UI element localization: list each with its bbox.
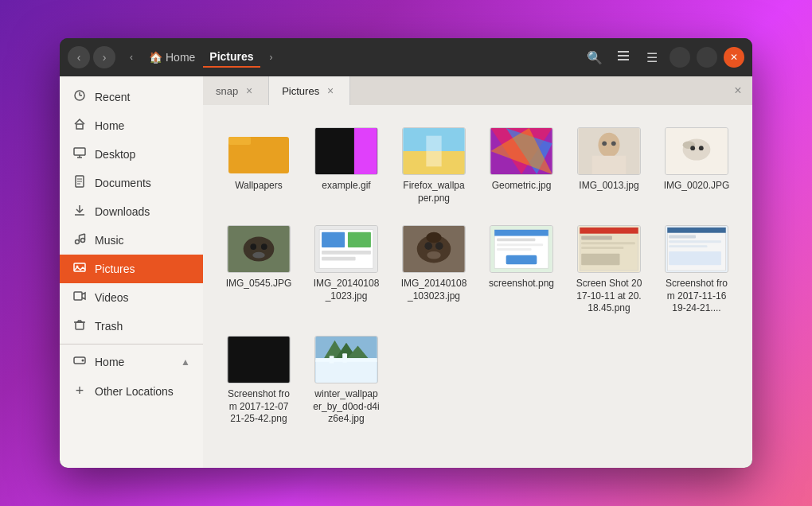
breadcrumb-current[interactable]: Pictures xyxy=(203,47,260,68)
svg-rect-45 xyxy=(592,156,627,174)
other-locations-icon: + xyxy=(72,383,87,399)
sidebar-item-pictures[interactable]: Pictures xyxy=(60,255,203,283)
sidebar-home-label: Home xyxy=(95,119,124,132)
forward-button[interactable]: › xyxy=(93,46,115,68)
breadcrumb-next-button[interactable]: › xyxy=(262,48,281,67)
minimize-button[interactable]: − xyxy=(670,47,690,68)
file-item-firefox-wallpaper[interactable]: Firefox_wallpaper.png xyxy=(394,121,474,211)
trash-icon xyxy=(72,318,87,334)
svg-rect-35 xyxy=(315,128,353,174)
menu-button[interactable]: ☰ xyxy=(641,46,663,68)
img-0545-label: IMG_0545.JPG xyxy=(226,278,292,290)
close-button[interactable]: ✕ xyxy=(724,47,744,68)
sidebar-item-videos[interactable]: Videos xyxy=(60,283,203,312)
file-item-screenshot-2017c[interactable]: Screenshot from 2017-12-07 21-25-42.png xyxy=(219,329,299,432)
img-20140108-103023-label: IMG_20140108_103023.jpg xyxy=(400,278,467,302)
svg-rect-24 xyxy=(76,322,84,329)
sidebar-item-trash[interactable]: Trash xyxy=(60,312,203,341)
sidebar: Recent Home Desktop Documents xyxy=(60,76,203,468)
geometric-label: Geometric.jpg xyxy=(492,180,552,193)
breadcrumb-prev-button[interactable]: ‹ xyxy=(122,48,141,67)
tabs-bar: snap × Pictures × × xyxy=(203,76,752,105)
screenshot-2017c-thumb xyxy=(227,336,291,383)
winter-wallpaper-label: winter_wallpaper_by_d0od-d4iz6e4.jpg xyxy=(313,388,380,426)
svg-point-44 xyxy=(598,133,619,158)
breadcrumb-home[interactable]: 🏠 Home xyxy=(142,48,201,67)
svg-rect-61 xyxy=(348,232,371,247)
search-icon: 🔍 xyxy=(587,50,603,65)
list-view-button[interactable] xyxy=(612,46,634,68)
svg-rect-87 xyxy=(669,235,696,239)
svg-rect-99 xyxy=(342,353,347,363)
search-button[interactable]: 🔍 xyxy=(584,46,606,68)
sidebar-item-home[interactable]: Home xyxy=(60,111,203,140)
svg-rect-90 xyxy=(669,251,721,265)
svg-rect-74 xyxy=(497,243,543,246)
file-item-example-gif[interactable]: example.gif xyxy=(306,121,386,211)
file-item-img-0013[interactable]: IMG_0013.jpg xyxy=(569,121,649,211)
img-0013-thumb xyxy=(577,127,641,175)
svg-point-56 xyxy=(261,243,267,250)
svg-rect-80 xyxy=(581,236,612,240)
svg-rect-7 xyxy=(74,148,85,155)
file-item-screenshot-2017a[interactable]: Screen Shot 2017-10-11 at 20.18.45.png xyxy=(569,219,649,321)
hamburger-icon: ☰ xyxy=(646,50,658,65)
firefox-wallpaper-thumb xyxy=(402,127,466,175)
sidebar-item-documents[interactable]: Documents xyxy=(60,169,203,197)
sidebar-item-music[interactable]: Music xyxy=(60,226,203,255)
svg-rect-76 xyxy=(506,255,537,265)
tab-snap[interactable]: snap × xyxy=(203,76,269,105)
sidebar-divider xyxy=(60,344,203,344)
sidebar-item-other-locations[interactable]: + Other Locations xyxy=(60,376,203,406)
svg-rect-23 xyxy=(74,292,82,300)
file-item-img-0020[interactable]: IMG_0020.JPG xyxy=(657,121,736,211)
sidebar-item-downloads[interactable]: Downloads xyxy=(60,197,203,226)
file-item-img-20140108-103023[interactable]: IMG_20140108_103023.jpg xyxy=(394,219,474,321)
svg-point-57 xyxy=(252,252,264,259)
img-0020-label: IMG_0020.JPG xyxy=(664,180,730,193)
file-item-winter-wallpaper[interactable]: winter_wallpaper_by_d0od-d4iz6e4.jpg xyxy=(306,329,386,432)
file-item-screenshot-png[interactable]: screenshot.png xyxy=(482,219,561,321)
file-item-screenshot-2017b[interactable]: Screenshot from 2017-11-16 19-24-21.... xyxy=(657,219,736,321)
svg-rect-89 xyxy=(669,245,707,247)
screenshot-2017b-label: Screenshot from 2017-11-16 19-24-21.... xyxy=(663,278,730,315)
svg-rect-1 xyxy=(618,55,629,56)
eject-icon[interactable]: ▲ xyxy=(181,356,190,368)
home-icon: 🏠 xyxy=(149,51,162,64)
desktop-icon xyxy=(72,146,87,162)
file-item-geometric[interactable]: Geometric.jpg xyxy=(482,121,561,211)
tab-snap-label: snap xyxy=(216,85,238,97)
img-20140108-1023-thumb xyxy=(314,225,378,273)
svg-rect-79 xyxy=(580,228,638,234)
tab-snap-close[interactable]: × xyxy=(243,84,256,97)
screenshot-png-label: screenshot.png xyxy=(489,278,554,290)
file-item-img-20140108-1023[interactable]: IMG_20140108_1023.jpg xyxy=(306,219,386,321)
sidebar-downloads-label: Downloads xyxy=(95,205,150,218)
videos-icon xyxy=(72,290,87,306)
tab-area-close[interactable]: × xyxy=(724,76,752,105)
pictures-icon xyxy=(72,261,87,277)
wallpapers-label: Wallpapers xyxy=(235,180,283,193)
svg-rect-62 xyxy=(322,251,371,255)
home-icon xyxy=(72,118,87,134)
screenshot-2017a-label: Screen Shot 2017-10-11 at 20.18.45.png xyxy=(576,278,642,315)
img-20140108-1023-label: IMG_20140108_1023.jpg xyxy=(313,278,380,302)
file-item-wallpapers[interactable]: Wallpapers xyxy=(219,121,299,211)
sidebar-item-home-drive[interactable]: Home ▲ xyxy=(60,348,203,376)
tab-pictures-close[interactable]: × xyxy=(324,84,337,97)
wallpapers-thumb xyxy=(227,127,291,175)
maximize-button[interactable]: □ xyxy=(697,47,717,68)
svg-point-66 xyxy=(424,242,432,250)
img-0013-label: IMG_0013.jpg xyxy=(579,180,638,193)
file-item-img-0545[interactable]: IMG_0545.JPG xyxy=(219,219,299,321)
svg-point-47 xyxy=(611,141,616,146)
screenshot-png-thumb xyxy=(490,225,553,273)
svg-point-52 xyxy=(699,146,704,150)
sidebar-item-desktop[interactable]: Desktop xyxy=(60,140,203,169)
sidebar-item-recent[interactable]: Recent xyxy=(60,83,203,111)
downloads-icon xyxy=(72,204,87,220)
tab-pictures[interactable]: Pictures × xyxy=(269,76,350,105)
example-gif-thumb xyxy=(314,127,378,175)
back-button[interactable]: ‹ xyxy=(68,46,90,68)
svg-point-68 xyxy=(427,251,440,259)
